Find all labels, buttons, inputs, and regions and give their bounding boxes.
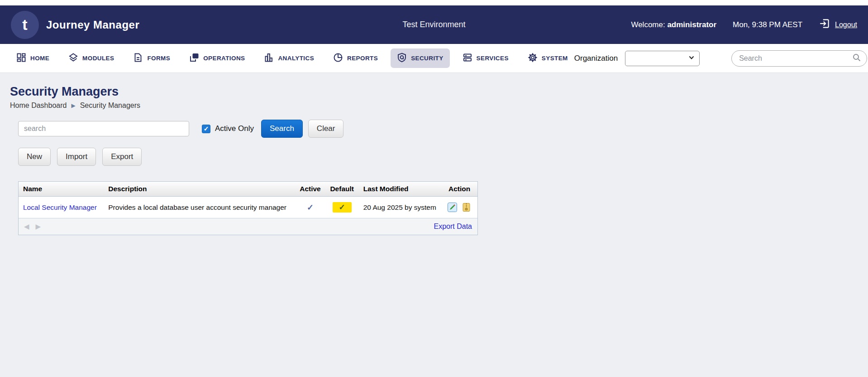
- nav-item-home[interactable]: HOME: [10, 48, 56, 68]
- clear-button[interactable]: Clear: [308, 120, 344, 138]
- actions-row: New Import Export: [18, 148, 868, 166]
- environment-label: Test Environment: [402, 20, 465, 29]
- nav-item-system[interactable]: SYSTEM: [521, 48, 574, 68]
- zip-export-icon[interactable]: [462, 203, 471, 212]
- logout-link[interactable]: Logout: [835, 21, 857, 29]
- nav-label: OPERATIONS: [203, 55, 245, 62]
- chevron-down-icon: [688, 54, 695, 63]
- filter-row: ✓ Active Only Search Clear: [18, 120, 868, 138]
- nav-item-analytics[interactable]: ANALYTICS: [258, 48, 320, 68]
- dashboard-icon: [16, 53, 26, 64]
- column-header-active[interactable]: Active: [295, 182, 325, 197]
- export-data-link[interactable]: Export Data: [434, 222, 472, 231]
- organization-label: Organization: [574, 54, 618, 63]
- nav-item-modules[interactable]: MODULES: [62, 48, 120, 68]
- app-title: Journey Manager: [46, 19, 139, 31]
- layers-icon: [68, 53, 78, 64]
- column-header-last-modified[interactable]: Last Modified: [359, 182, 441, 197]
- active-only-label: Active Only: [215, 124, 254, 133]
- prev-page-icon[interactable]: ◀: [24, 222, 29, 231]
- default-check-icon: ✓: [333, 202, 352, 213]
- security-managers-table: Name Description Active Default Last Mod…: [18, 181, 478, 235]
- table-row: Local Security Manager Provides a local …: [19, 197, 477, 218]
- app-header: t Journey Manager Test Environment Welco…: [0, 5, 868, 44]
- import-button[interactable]: Import: [57, 148, 96, 166]
- logout-button[interactable]: Logout: [819, 18, 857, 32]
- row-description: Provides a local database user account s…: [104, 197, 295, 218]
- export-button[interactable]: Export: [102, 148, 142, 166]
- table-footer-row: ◀ ▶ Export Data: [19, 218, 477, 235]
- column-header-name[interactable]: Name: [19, 182, 104, 197]
- document-icon: [133, 53, 143, 64]
- windows-icon: [189, 53, 199, 64]
- server-icon: [463, 53, 472, 64]
- nav-item-security[interactable]: SECURITY: [391, 48, 449, 68]
- shield-icon: [397, 53, 407, 64]
- row-last-modified: 20 Aug 2025 by system: [359, 197, 441, 218]
- username: administrator: [667, 20, 716, 29]
- edit-icon[interactable]: [448, 203, 457, 212]
- breadcrumb-separator-icon: ▶: [71, 102, 75, 109]
- gear-icon: [528, 53, 538, 64]
- bar-chart-icon: [264, 53, 274, 64]
- nav-label: FORMS: [147, 55, 170, 62]
- search-button[interactable]: Search: [261, 120, 303, 138]
- table-header-row: Name Description Active Default Last Mod…: [19, 182, 477, 197]
- content-area: Security Managers Home Dashboard ▶ Secur…: [0, 73, 868, 377]
- nav-label: HOME: [30, 55, 49, 62]
- new-button[interactable]: New: [18, 148, 51, 166]
- datetime-text: Mon, 9:38 PM AEST: [733, 20, 802, 29]
- nav-label: SERVICES: [477, 55, 509, 62]
- organization-select[interactable]: [625, 51, 700, 66]
- nav-item-reports[interactable]: REPORTS: [327, 48, 384, 68]
- welcome-text: Welcome: administrator: [631, 20, 716, 29]
- column-header-default[interactable]: Default: [325, 182, 359, 197]
- pie-chart-icon: [333, 53, 343, 64]
- global-search-input[interactable]: [739, 54, 852, 63]
- nav-label: ANALYTICS: [278, 55, 314, 62]
- app-logo[interactable]: t: [11, 11, 39, 39]
- global-search: [731, 50, 867, 67]
- column-header-action: Action: [441, 182, 477, 197]
- breadcrumb-current: Security Managers: [80, 102, 140, 110]
- nav-item-operations[interactable]: OPERATIONS: [183, 48, 251, 68]
- top-white-strip: [0, 0, 868, 5]
- logout-icon: [819, 18, 830, 32]
- main-nav: HOME MODULES FORMS: [0, 44, 868, 73]
- nav-label: REPORTS: [347, 55, 378, 62]
- active-check-icon: ✓: [307, 203, 314, 212]
- search-icon[interactable]: [852, 53, 861, 64]
- breadcrumb-home-link[interactable]: Home Dashboard: [10, 102, 67, 110]
- nav-item-services[interactable]: SERVICES: [456, 48, 515, 68]
- active-only-checkbox[interactable]: ✓: [202, 125, 210, 133]
- column-header-description[interactable]: Description: [104, 182, 295, 197]
- nav-label: SECURITY: [411, 55, 443, 62]
- row-name-link[interactable]: Local Security Manager: [23, 203, 97, 211]
- next-page-icon[interactable]: ▶: [36, 222, 41, 231]
- page-title: Security Managers: [10, 85, 868, 99]
- nav-item-forms[interactable]: FORMS: [127, 48, 176, 68]
- breadcrumb: Home Dashboard ▶ Security Managers: [10, 102, 868, 110]
- brand: t Journey Manager: [11, 11, 139, 39]
- nav-label: SYSTEM: [542, 55, 568, 62]
- nav-label: MODULES: [82, 55, 114, 62]
- search-input[interactable]: [18, 121, 189, 136]
